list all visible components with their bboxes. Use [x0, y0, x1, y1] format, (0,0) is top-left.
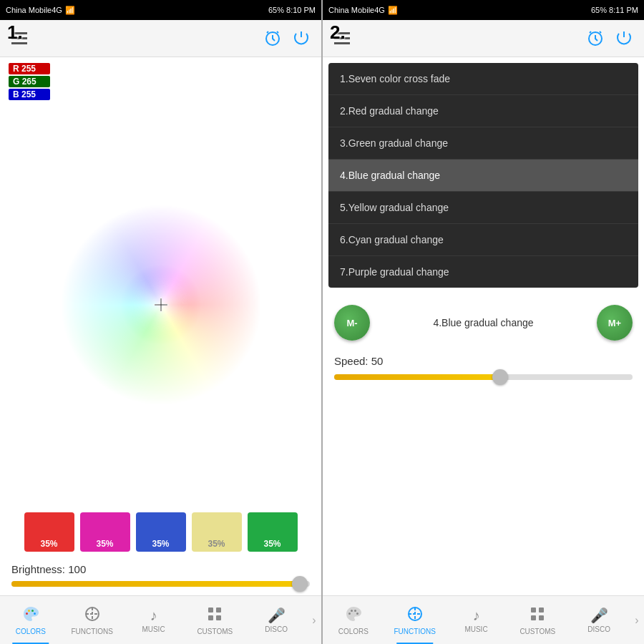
clock-icon-2[interactable] — [587, 30, 604, 47]
svg-rect-21 — [539, 608, 544, 613]
tab-colors-1[interactable]: COLORS — [0, 596, 62, 644]
clock-icon-1[interactable] — [264, 30, 281, 47]
function-item-4[interactable]: 4.Blue gradual change — [328, 160, 638, 192]
tab-bar-2: COLORS FUNCTIONS ♪ MUSIC — [323, 595, 644, 644]
tab-disco-2[interactable]: 🎤 DISCO — [568, 596, 630, 644]
content-area-1: R 255 G 265 B 255 35% 35% 35% 35% 35% Br… — [0, 57, 321, 595]
svg-point-13 — [348, 613, 351, 615]
tab-customs-1[interactable]: CUSTOMS — [184, 596, 245, 644]
function-item-5[interactable]: 5.Yellow gradual change — [328, 192, 638, 224]
svg-point-1 — [26, 613, 28, 615]
tab-music-label-1: MUSIC — [142, 625, 165, 633]
function-control-row: M- 4.Blue gradual change M+ — [334, 305, 633, 341]
carrier-2: China Mobile4G — [328, 6, 385, 14]
status-right-2: 65% 8:11 PM — [591, 6, 638, 14]
speed-label: Speed: 50 — [334, 355, 633, 367]
tab-scroll-arrow-1[interactable]: › — [307, 596, 321, 644]
tab-disco-label-2: DISCO — [587, 625, 610, 633]
screen1: 1. China Mobile4G 📶 65% 8:10 PM — [0, 0, 321, 644]
power-icon-1[interactable] — [293, 30, 310, 47]
status-left-2: China Mobile4G 📶 — [328, 6, 398, 15]
svg-point-15 — [354, 610, 356, 612]
customs-icon-2 — [529, 605, 546, 626]
tab-disco-1[interactable]: 🎤 DISCO — [245, 596, 307, 644]
status-bar-2: China Mobile4G 📶 65% 8:11 PM — [323, 0, 644, 20]
functions-icon-1 — [84, 605, 101, 626]
color-wheel[interactable] — [61, 205, 261, 405]
brightness-slider-track[interactable] — [11, 581, 310, 587]
m-minus-button[interactable]: M- — [334, 305, 370, 341]
status-bar-1: China Mobile4G 📶 65% 8:10 PM — [0, 0, 321, 20]
top-nav-right-2 — [587, 30, 633, 47]
tab-customs-2[interactable]: CUSTOMS — [507, 596, 568, 644]
swatch-pink[interactable]: 35% — [80, 512, 130, 552]
signal-icon-1: 📶 — [65, 6, 75, 15]
music-icon-2: ♪ — [472, 608, 479, 624]
selected-function-name: 4.Blue gradual change — [370, 317, 597, 328]
speed-slider-thumb[interactable] — [492, 369, 508, 385]
colors-icon-1 — [22, 605, 39, 626]
carrier-1: China Mobile4G — [6, 6, 62, 14]
b-badge: B 255 — [9, 89, 50, 100]
function-item-3[interactable]: 3.Green gradual change — [328, 127, 638, 160]
top-nav-right-1 — [264, 30, 310, 47]
tab-colors-2[interactable]: COLORS — [323, 596, 384, 644]
function-item-1[interactable]: 1.Seven color cross fade — [328, 63, 638, 95]
tab-functions-label-2: FUNCTIONS — [394, 628, 436, 635]
battery-1: 65% — [268, 6, 284, 14]
tab-music-label-2: MUSIC — [464, 625, 487, 633]
tab-functions-label-1: FUNCTIONS — [72, 628, 113, 635]
customs-icon-1 — [206, 605, 223, 626]
disco-icon-1: 🎤 — [268, 607, 286, 624]
speed-slider-fill — [334, 374, 498, 380]
swatch-green[interactable]: 35% — [248, 512, 298, 552]
content-area-2: 1.Seven color cross fade 2.Red gradual c… — [323, 57, 644, 595]
functions-list: 1.Seven color cross fade 2.Red gradual c… — [328, 63, 638, 288]
functions-icon-2 — [406, 605, 424, 626]
svg-point-2 — [28, 610, 30, 612]
svg-point-4 — [34, 613, 36, 615]
brightness-slider-fill — [11, 581, 298, 587]
top-nav-2 — [323, 20, 644, 57]
screen2: 2. China Mobile4G 📶 65% 8:11 PM — [323, 0, 644, 644]
svg-rect-20 — [531, 608, 536, 613]
tab-music-1[interactable]: ♪ MUSIC — [123, 596, 185, 644]
svg-rect-22 — [531, 615, 536, 620]
svg-rect-8 — [208, 608, 213, 613]
svg-rect-10 — [208, 615, 213, 620]
top-nav-1 — [0, 20, 321, 57]
svg-point-3 — [31, 610, 34, 612]
speed-slider-track[interactable] — [334, 374, 633, 380]
swatch-red[interactable]: 35% — [24, 512, 74, 552]
power-icon-2[interactable] — [615, 30, 633, 47]
tab-functions-1[interactable]: FUNCTIONS — [62, 596, 123, 644]
function-item-6[interactable]: 6.Cyan gradual change — [328, 224, 638, 256]
swatch-yellow[interactable]: 35% — [192, 512, 242, 552]
tab-music-2[interactable]: ♪ MUSIC — [446, 596, 507, 644]
tab-functions-2[interactable]: FUNCTIONS — [384, 596, 446, 644]
tab-disco-label-1: DISCO — [265, 625, 288, 633]
color-wheel-container — [0, 103, 321, 507]
status-right-1: 65% 8:10 PM — [268, 6, 316, 14]
svg-rect-9 — [216, 608, 221, 613]
function-item-2[interactable]: 2.Red gradual change — [328, 95, 638, 127]
m-plus-button[interactable]: M+ — [597, 305, 633, 341]
screen1-label: 1. — [7, 21, 23, 44]
brightness-section: Brightness: 100 — [0, 557, 321, 595]
svg-point-14 — [351, 610, 353, 612]
function-item-7[interactable]: 7.Purple gradual change — [328, 256, 638, 288]
tab-customs-label-2: CUSTOMS — [519, 628, 555, 635]
tab-colors-label-1: COLORS — [16, 628, 46, 635]
tab-scroll-arrow-2[interactable]: › — [630, 596, 644, 644]
swatch-blue[interactable]: 35% — [136, 512, 186, 552]
function-control: M- 4.Blue gradual change M+ Speed: 50 — [323, 293, 644, 391]
brightness-label: Brightness: 100 — [11, 563, 310, 575]
battery-2: 65% — [591, 6, 607, 14]
time-1: 8:10 PM — [286, 6, 316, 14]
tab-customs-label-1: CUSTOMS — [197, 628, 233, 635]
colors-icon-2 — [345, 605, 362, 626]
music-icon-1: ♪ — [150, 608, 157, 624]
svg-rect-23 — [539, 615, 544, 620]
brightness-slider-thumb[interactable] — [292, 576, 308, 592]
color-swatches: 35% 35% 35% 35% 35% — [0, 507, 321, 557]
